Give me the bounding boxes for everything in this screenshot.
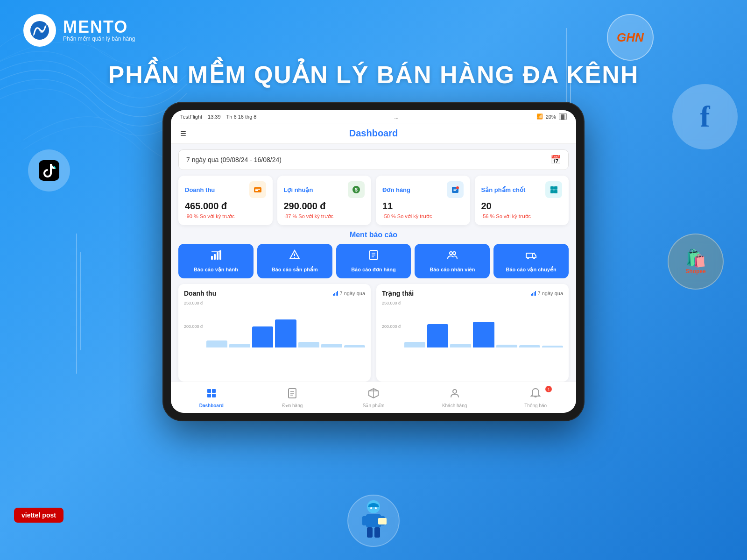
chart-revenue-area: 250.000 đ 200.000 đ	[184, 301, 365, 347]
report-btn-shipping-label: Báo cáo vận chuyển	[506, 266, 557, 273]
svg-rect-41	[535, 291, 536, 296]
bar-2	[229, 344, 250, 347]
testflight-label: TestFlight	[180, 114, 202, 120]
customers-nav-icon	[449, 388, 460, 402]
stat-card-products: Sản phẩm chốt 20 -56 % So với kỳ trước	[475, 176, 569, 225]
stat-label-revenue: Doanh thu	[185, 186, 215, 193]
svg-rect-36	[336, 292, 337, 296]
svg-rect-20	[217, 252, 218, 260]
nav-item-dashboard[interactable]: Dashboard	[171, 386, 252, 410]
stat-label-profit: Lợi nhuận	[284, 186, 313, 193]
svg-rect-54	[362, 516, 367, 525]
report-btn-operations[interactable]: Báo cáo vận hành	[178, 244, 254, 278]
sbar-2	[427, 324, 448, 347]
bar-7	[344, 345, 365, 347]
svg-point-29	[450, 252, 452, 255]
stats-grid: Doanh thu 465.000 đ -90 % So với kỳ trướ…	[178, 176, 569, 225]
hamburger-menu[interactable]: ≡	[180, 128, 186, 140]
report-btn-staff[interactable]: Báo cáo nhân viên	[415, 244, 490, 278]
logo-icon	[23, 14, 56, 47]
svg-point-59	[370, 507, 372, 509]
stat-value-orders: 11	[382, 201, 464, 212]
chart-bars-status	[404, 301, 563, 347]
chart-revenue: Doanh thu 7 ngày qua 250.000 đ 200.000 đ	[178, 284, 371, 382]
stat-value-products: 20	[481, 201, 563, 212]
stat-change-revenue: -90 % So với kỳ trước	[185, 213, 266, 220]
chart-y-labels-status: 250.000 đ 200.000 đ	[382, 301, 401, 347]
dashboard-nav-label: Dashboard	[199, 403, 224, 408]
svg-point-24	[294, 257, 295, 258]
status-left: TestFlight 13:39 Th 6 16 thg 8	[180, 114, 256, 120]
orders-report-icon	[368, 249, 379, 263]
chart-status-area: 250.000 đ 200.000 đ	[382, 301, 563, 347]
sbar-1	[404, 342, 425, 347]
nav-item-orders[interactable]: Đơn hàng	[252, 386, 333, 410]
tablet-screen: TestFlight 13:39 Th 6 16 thg 8 ... 📶 20%…	[171, 110, 576, 413]
nav-item-customers[interactable]: Khách hàng	[414, 386, 495, 410]
report-btn-operations-label: Báo cáo vận hành	[194, 266, 238, 273]
tiktok-badge	[28, 149, 70, 191]
chart-bars-revenue	[206, 301, 365, 347]
svg-rect-35	[334, 293, 335, 296]
products-nav-icon	[368, 388, 379, 402]
svg-rect-9	[255, 190, 258, 191]
reports-title: Ment báo cáo	[178, 231, 569, 239]
brand-name: MENTO	[63, 19, 135, 35]
stat-icon-products	[545, 181, 562, 198]
chart-y-labels-revenue: 250.000 đ 200.000 đ	[184, 301, 203, 347]
svg-rect-6	[39, 160, 59, 181]
date-label: Th 6 16 thg 8	[226, 114, 257, 120]
operations-icon	[210, 249, 221, 263]
brand-tagline: Phần mềm quản lý bán hàng	[63, 35, 135, 42]
reports-grid: Báo cáo vận hành Báo cáo sản phẩm Báo cá…	[178, 244, 569, 278]
svg-rect-8	[255, 189, 260, 190]
bar-1	[206, 340, 227, 347]
sbar-7	[542, 346, 563, 347]
y-label-mid-2: 200.000 đ	[382, 324, 401, 329]
nav-item-products[interactable]: Sản phẩm	[333, 386, 414, 410]
orders-nav-label: Đơn hàng	[282, 403, 303, 408]
delivery-man-illustration	[345, 493, 402, 555]
reports-section: Ment báo cáo Báo cáo vận hành Báo cáo sả…	[178, 231, 569, 278]
svg-rect-44	[207, 394, 211, 397]
sbar-3	[450, 344, 471, 347]
bar-6	[321, 344, 342, 347]
chart-status: Trạng thái 7 ngày qua 250.000 đ 200.000 …	[376, 284, 569, 382]
products-report-icon	[289, 249, 300, 263]
shopee-label: Shopee	[685, 268, 706, 275]
stat-icon-orders	[447, 181, 464, 198]
products-nav-label: Sản phẩm	[363, 403, 384, 408]
report-btn-products[interactable]: Báo cáo sản phẩm	[257, 244, 332, 278]
stat-label-orders: Đơn hàng	[382, 186, 410, 193]
svg-rect-19	[214, 254, 216, 260]
report-btn-shipping[interactable]: Báo cáo vận chuyển	[493, 244, 569, 278]
svg-rect-56	[367, 527, 373, 538]
charts-section: Doanh thu 7 ngày qua 250.000 đ 200.000 đ	[178, 284, 569, 382]
chart-revenue-period: 7 ngày qua	[332, 291, 365, 296]
bottom-nav: Dashboard Đơn hàng Sản phẩm Khách hàng	[171, 382, 576, 413]
stat-change-profit: -87 % So với kỳ trước	[284, 213, 365, 220]
nav-item-notifications[interactable]: 1 Thông báo	[495, 386, 576, 410]
stat-icon-profit: $	[348, 181, 365, 198]
status-bar: TestFlight 13:39 Th 6 16 thg 8 ... 📶 20%…	[171, 110, 576, 123]
stat-value-profit: 290.000 đ	[284, 201, 365, 212]
stat-card-revenue: Doanh thu 465.000 đ -90 % So với kỳ trướ…	[178, 176, 273, 225]
date-filter[interactable]: 7 ngày qua (09/08/24 - 16/08/24) 📅	[178, 149, 569, 170]
bar-3	[252, 326, 273, 347]
svg-rect-43	[212, 389, 216, 393]
svg-rect-37	[337, 291, 338, 296]
main-headline: PHẦN MỀM QUẢN LÝ BÁN HÀNG ĐA KÊNH	[108, 61, 639, 89]
bar-5	[298, 342, 319, 347]
stat-value-revenue: 465.000 đ	[185, 201, 266, 212]
bar-4	[275, 319, 296, 347]
report-btn-orders[interactable]: Báo cáo đơn hàng	[336, 244, 411, 278]
svg-rect-14	[550, 186, 554, 190]
dashboard-nav-icon	[206, 388, 217, 402]
notifications-nav-label: Thông báo	[524, 403, 547, 408]
status-right: 📶 20% ▓	[536, 113, 567, 120]
customers-nav-label: Khách hàng	[442, 403, 467, 408]
svg-rect-17	[554, 190, 557, 193]
svg-rect-58	[378, 518, 387, 525]
time-label: 13:39	[208, 114, 221, 120]
app-title: Dashboard	[349, 128, 398, 139]
